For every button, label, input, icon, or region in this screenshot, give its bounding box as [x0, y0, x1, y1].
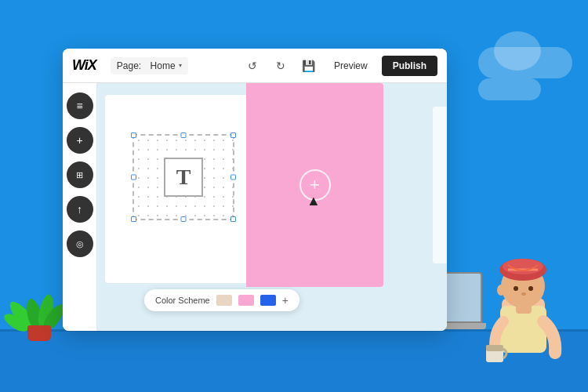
text-element[interactable]: T: [164, 158, 203, 197]
editor-window: WiX Page: Home ▾ ↺ ↻ 💾 Preview Publish ≡…: [63, 49, 447, 331]
cloud-2: [478, 78, 541, 100]
undo-button[interactable]: ↺: [241, 55, 263, 77]
plant: [16, 270, 63, 333]
color-scheme-label: Color Scheme: [155, 296, 210, 305]
media-icon: ↑: [77, 203, 82, 216]
sidebar-item-pages[interactable]: ≡: [67, 93, 93, 119]
sidebar-item-apps[interactable]: ⊞: [67, 162, 93, 188]
database-icon: ◎: [76, 239, 84, 249]
svg-point-8: [521, 292, 526, 296]
undo-icon: ↺: [248, 60, 257, 72]
add-icon: +: [76, 134, 82, 147]
canvas-content: + T: [97, 83, 447, 331]
pink-plus-icon: +: [310, 175, 320, 195]
right-strip: [433, 107, 447, 263]
handle-mr: [230, 175, 236, 180]
text-element-container[interactable]: T: [132, 134, 234, 220]
svg-point-9: [497, 285, 505, 296]
handle-tl: [131, 132, 136, 138]
color-swatch-3[interactable]: [260, 295, 276, 306]
handle-bm: [181, 216, 187, 222]
sidebar-item-database[interactable]: ◎: [67, 230, 93, 257]
pages-icon: ≡: [76, 100, 82, 112]
svg-rect-12: [516, 304, 532, 314]
page-selector[interactable]: Page: Home ▾: [111, 57, 188, 74]
handle-tm: [181, 132, 187, 138]
handle-tr: [230, 132, 236, 138]
sidebar-item-add[interactable]: +: [67, 127, 93, 154]
svg-rect-11: [486, 345, 503, 351]
redo-icon: ↻: [276, 60, 285, 72]
wix-logo: WiX: [72, 57, 96, 74]
cloud-1: [478, 47, 572, 78]
handle-ml: [131, 175, 136, 180]
editor-canvas: + T: [97, 83, 447, 331]
apps-icon: ⊞: [76, 170, 83, 180]
save-icon: 💾: [302, 60, 315, 72]
svg-point-4: [503, 259, 543, 274]
handle-br: [230, 216, 236, 222]
character: [463, 220, 588, 392]
redo-button[interactable]: ↻: [270, 55, 292, 77]
color-swatch-1[interactable]: [216, 295, 232, 306]
pink-plus-button[interactable]: +: [299, 169, 331, 201]
svg-point-6: [514, 286, 518, 291]
preview-button[interactable]: Preview: [326, 56, 376, 75]
editor-sidebar: ≡ + ⊞ ↑ ◎: [63, 83, 97, 331]
color-add-button[interactable]: +: [282, 294, 289, 307]
publish-button[interactable]: Publish: [382, 56, 437, 76]
handle-bl: [131, 216, 136, 222]
page-label: Page:: [117, 60, 141, 71]
chevron-down-icon: ▾: [179, 62, 182, 69]
sidebar-item-media[interactable]: ↑: [67, 196, 93, 223]
color-swatch-2[interactable]: [238, 295, 254, 306]
page-name: Home: [151, 60, 176, 71]
pink-section: +: [246, 83, 383, 287]
color-scheme-bar: Color Scheme +: [144, 289, 299, 311]
editor-toolbar: WiX Page: Home ▾ ↺ ↻ 💾 Preview Publish: [63, 49, 447, 83]
plant-pot: [27, 325, 51, 341]
save-button[interactable]: 💾: [298, 55, 320, 77]
svg-point-7: [528, 286, 533, 291]
